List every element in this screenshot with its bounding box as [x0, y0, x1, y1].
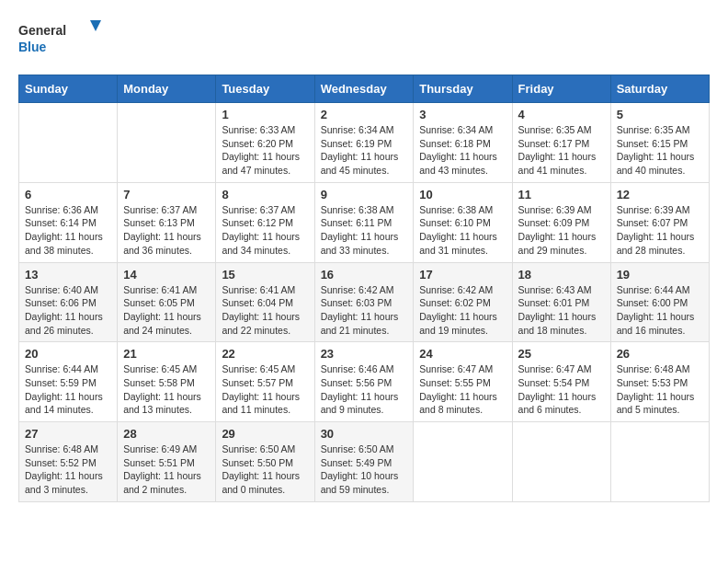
day-number: 14 [123, 268, 210, 282]
calendar-week-row: 1Sunrise: 6:33 AM Sunset: 6:20 PM Daylig… [19, 103, 710, 183]
day-number: 26 [617, 347, 703, 361]
calendar-cell [512, 422, 610, 502]
day-info: Sunrise: 6:46 AM Sunset: 5:56 PM Dayligh… [321, 362, 408, 417]
day-number: 10 [419, 188, 506, 201]
col-header-sunday: Sunday [19, 75, 118, 103]
day-info: Sunrise: 6:35 AM Sunset: 6:17 PM Dayligh… [518, 123, 605, 178]
calendar-cell [610, 422, 709, 502]
svg-text:Blue: Blue [18, 40, 47, 54]
calendar-cell: 4Sunrise: 6:35 AM Sunset: 6:17 PM Daylig… [512, 103, 610, 183]
calendar-cell: 7Sunrise: 6:37 AM Sunset: 6:13 PM Daylig… [118, 182, 216, 262]
calendar-week-row: 27Sunrise: 6:48 AM Sunset: 5:52 PM Dayli… [19, 422, 710, 502]
calendar-cell [118, 103, 216, 183]
day-info: Sunrise: 6:45 AM Sunset: 5:58 PM Dayligh… [123, 362, 210, 417]
calendar-week-row: 13Sunrise: 6:40 AM Sunset: 6:06 PM Dayli… [19, 262, 710, 342]
day-info: Sunrise: 6:34 AM Sunset: 6:19 PM Dayligh… [321, 123, 408, 178]
day-number: 18 [518, 268, 605, 282]
day-number: 21 [123, 347, 210, 361]
day-number: 19 [617, 268, 703, 282]
day-info: Sunrise: 6:35 AM Sunset: 6:15 PM Dayligh… [617, 123, 703, 178]
day-info: Sunrise: 6:48 AM Sunset: 5:53 PM Dayligh… [617, 362, 703, 417]
day-number: 29 [222, 427, 308, 441]
calendar-cell: 15Sunrise: 6:41 AM Sunset: 6:04 PM Dayli… [216, 262, 314, 342]
calendar-cell: 29Sunrise: 6:50 AM Sunset: 5:50 PM Dayli… [216, 422, 314, 502]
day-info: Sunrise: 6:42 AM Sunset: 6:02 PM Dayligh… [419, 283, 506, 338]
calendar-cell: 6Sunrise: 6:36 AM Sunset: 6:14 PM Daylig… [19, 182, 118, 262]
day-info: Sunrise: 6:44 AM Sunset: 5:59 PM Dayligh… [25, 362, 111, 417]
day-info: Sunrise: 6:37 AM Sunset: 6:13 PM Dayligh… [123, 203, 210, 258]
day-number: 23 [321, 347, 408, 361]
day-info: Sunrise: 6:39 AM Sunset: 6:07 PM Dayligh… [617, 203, 703, 258]
day-number: 9 [321, 188, 408, 201]
day-number: 30 [321, 427, 408, 441]
logo-svg: General Blue [18, 18, 101, 60]
calendar-week-row: 20Sunrise: 6:44 AM Sunset: 5:59 PM Dayli… [19, 342, 710, 422]
day-info: Sunrise: 6:38 AM Sunset: 6:11 PM Dayligh… [321, 203, 408, 258]
calendar-cell: 28Sunrise: 6:49 AM Sunset: 5:51 PM Dayli… [118, 422, 216, 502]
calendar-cell: 19Sunrise: 6:44 AM Sunset: 6:00 PM Dayli… [610, 262, 709, 342]
day-info: Sunrise: 6:36 AM Sunset: 6:14 PM Dayligh… [25, 203, 111, 258]
calendar-cell: 20Sunrise: 6:44 AM Sunset: 5:59 PM Dayli… [19, 342, 118, 422]
day-number: 1 [222, 108, 308, 121]
day-number: 27 [25, 427, 111, 441]
day-info: Sunrise: 6:44 AM Sunset: 6:00 PM Dayligh… [617, 283, 703, 338]
day-number: 13 [25, 268, 111, 282]
calendar-cell: 10Sunrise: 6:38 AM Sunset: 6:10 PM Dayli… [414, 182, 512, 262]
day-number: 12 [617, 188, 703, 201]
col-header-thursday: Thursday [414, 75, 512, 103]
calendar-cell [414, 422, 512, 502]
calendar-cell: 30Sunrise: 6:50 AM Sunset: 5:49 PM Dayli… [314, 422, 414, 502]
day-number: 3 [419, 108, 506, 121]
calendar-cell: 17Sunrise: 6:42 AM Sunset: 6:02 PM Dayli… [414, 262, 512, 342]
day-info: Sunrise: 6:42 AM Sunset: 6:03 PM Dayligh… [321, 283, 408, 338]
day-info: Sunrise: 6:43 AM Sunset: 6:01 PM Dayligh… [518, 283, 605, 338]
col-header-wednesday: Wednesday [314, 75, 414, 103]
calendar-cell: 9Sunrise: 6:38 AM Sunset: 6:11 PM Daylig… [314, 182, 414, 262]
calendar-cell: 13Sunrise: 6:40 AM Sunset: 6:06 PM Dayli… [19, 262, 118, 342]
day-number: 6 [25, 188, 111, 201]
day-info: Sunrise: 6:34 AM Sunset: 6:18 PM Dayligh… [419, 123, 506, 178]
calendar-table: SundayMondayTuesdayWednesdayThursdayFrid… [18, 75, 710, 502]
calendar-week-row: 6Sunrise: 6:36 AM Sunset: 6:14 PM Daylig… [19, 182, 710, 262]
svg-text:General: General [18, 23, 66, 38]
calendar-cell: 24Sunrise: 6:47 AM Sunset: 5:55 PM Dayli… [414, 342, 512, 422]
calendar-cell: 21Sunrise: 6:45 AM Sunset: 5:58 PM Dayli… [118, 342, 216, 422]
day-info: Sunrise: 6:39 AM Sunset: 6:09 PM Dayligh… [518, 203, 605, 258]
day-info: Sunrise: 6:47 AM Sunset: 5:54 PM Dayligh… [518, 362, 605, 417]
calendar-cell: 18Sunrise: 6:43 AM Sunset: 6:01 PM Dayli… [512, 262, 610, 342]
day-info: Sunrise: 6:37 AM Sunset: 6:12 PM Dayligh… [222, 203, 308, 258]
calendar-cell: 12Sunrise: 6:39 AM Sunset: 6:07 PM Dayli… [610, 182, 709, 262]
calendar-cell: 25Sunrise: 6:47 AM Sunset: 5:54 PM Dayli… [512, 342, 610, 422]
logo: General Blue [18, 18, 101, 60]
day-number: 8 [222, 188, 308, 201]
col-header-saturday: Saturday [610, 75, 709, 103]
calendar-cell: 2Sunrise: 6:34 AM Sunset: 6:19 PM Daylig… [314, 103, 414, 183]
day-info: Sunrise: 6:38 AM Sunset: 6:10 PM Dayligh… [419, 203, 506, 258]
calendar-cell: 26Sunrise: 6:48 AM Sunset: 5:53 PM Dayli… [610, 342, 709, 422]
calendar-cell: 8Sunrise: 6:37 AM Sunset: 6:12 PM Daylig… [216, 182, 314, 262]
day-info: Sunrise: 6:45 AM Sunset: 5:57 PM Dayligh… [222, 362, 308, 417]
calendar-header-row: SundayMondayTuesdayWednesdayThursdayFrid… [19, 75, 710, 103]
day-number: 4 [518, 108, 605, 121]
day-number: 24 [419, 347, 506, 361]
day-number: 2 [321, 108, 408, 121]
calendar-cell [19, 103, 118, 183]
col-header-friday: Friday [512, 75, 610, 103]
calendar-cell: 1Sunrise: 6:33 AM Sunset: 6:20 PM Daylig… [216, 103, 314, 183]
day-number: 5 [617, 108, 703, 121]
day-info: Sunrise: 6:49 AM Sunset: 5:51 PM Dayligh… [123, 442, 210, 497]
calendar-cell: 5Sunrise: 6:35 AM Sunset: 6:15 PM Daylig… [610, 103, 709, 183]
calendar-cell: 3Sunrise: 6:34 AM Sunset: 6:18 PM Daylig… [414, 103, 512, 183]
svg-marker-2 [90, 20, 101, 31]
calendar-cell: 23Sunrise: 6:46 AM Sunset: 5:56 PM Dayli… [314, 342, 414, 422]
day-info: Sunrise: 6:48 AM Sunset: 5:52 PM Dayligh… [25, 442, 111, 497]
day-info: Sunrise: 6:40 AM Sunset: 6:06 PM Dayligh… [25, 283, 111, 338]
day-info: Sunrise: 6:41 AM Sunset: 6:04 PM Dayligh… [222, 283, 308, 338]
day-info: Sunrise: 6:50 AM Sunset: 5:49 PM Dayligh… [321, 442, 408, 497]
day-number: 20 [25, 347, 111, 361]
calendar-cell: 16Sunrise: 6:42 AM Sunset: 6:03 PM Dayli… [314, 262, 414, 342]
day-number: 28 [123, 427, 210, 441]
day-number: 7 [123, 188, 210, 201]
day-number: 16 [321, 268, 408, 282]
day-info: Sunrise: 6:50 AM Sunset: 5:50 PM Dayligh… [222, 442, 308, 497]
